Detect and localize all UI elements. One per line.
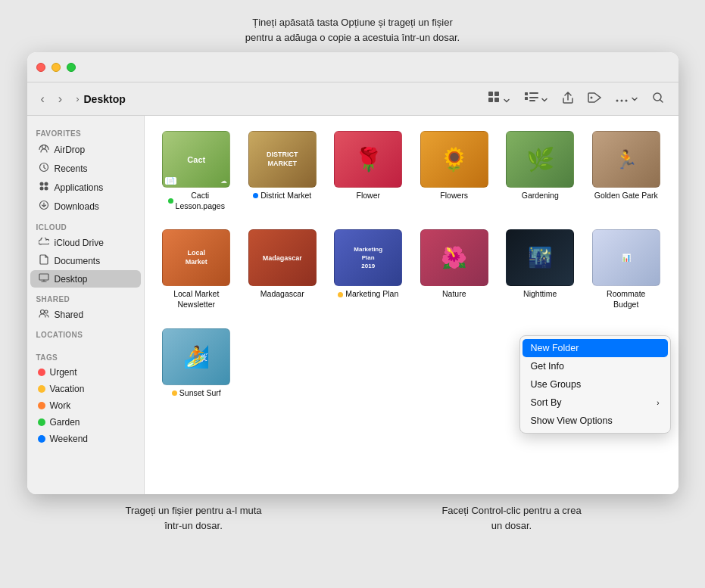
file-item-marketing[interactable]: MarketingPlan2019 Marketing Plan — [329, 226, 409, 313]
close-button[interactable] — [36, 63, 45, 72]
icloud-badge: ☁ — [220, 177, 227, 185]
sidebar-item-desktop[interactable]: Desktop — [30, 270, 141, 288]
view-grid-button[interactable] — [482, 87, 516, 110]
breadcrumb-title: Desktop — [84, 93, 478, 105]
garden-dot — [38, 418, 45, 426]
svg-point-19 — [44, 187, 48, 191]
sidebar-item-urgent[interactable]: Urgent — [30, 364, 141, 381]
sidebar-item-applications-label: Applications — [55, 182, 104, 193]
main-content: Favorites AirDrop — [27, 116, 678, 494]
sidebar-item-work-label: Work — [50, 400, 71, 411]
file-thumb-roommate: 📊 — [592, 229, 660, 286]
file-label-marketing: Marketing Plan — [338, 289, 398, 300]
sidebar-item-garden[interactable]: Garden — [30, 414, 141, 431]
sidebar-item-recents-label: Recents — [55, 163, 88, 174]
file-item-golden-gate[interactable]: 🏃 Golden Gate Park — [586, 128, 666, 214]
sidebar-section-icloud: iCloud — [27, 216, 144, 234]
file-item-madagascar[interactable]: Madagascar Madagascar — [242, 226, 323, 313]
sort-by-chevron-icon: › — [657, 399, 659, 407]
back-button[interactable]: ‹ — [36, 89, 49, 109]
sidebar-item-shared[interactable]: Shared — [30, 306, 141, 323]
sidebar-section-locations: Locations — [27, 323, 144, 341]
shared-icon — [38, 309, 50, 320]
file-thumb-nature: 🌺 — [420, 229, 488, 286]
context-menu-item-show-view-options[interactable]: Show View Options — [520, 412, 670, 430]
sidebar-item-shared-label: Shared — [55, 310, 84, 320]
sidebar-item-icloud-drive[interactable]: iCloud Drive — [30, 234, 141, 251]
file-label-gardening: Gardening — [522, 191, 559, 201]
context-menu-item-use-groups[interactable]: Use Groups — [520, 375, 670, 394]
file-thumb-madagascar: Madagascar — [248, 229, 317, 286]
applications-icon — [38, 181, 50, 194]
sidebar-item-weekend[interactable]: Weekend — [30, 431, 141, 447]
sidebar-item-applications[interactable]: Applications — [30, 178, 141, 197]
use-groups-label: Use Groups — [531, 379, 582, 390]
share-button[interactable] — [557, 87, 579, 110]
file-item-roommate[interactable]: 📊 RoommateBudget — [586, 226, 666, 313]
file-label-roommate: RoommateBudget — [607, 289, 645, 310]
file-item-flower[interactable]: 🌹 Flower — [329, 128, 409, 214]
show-view-options-label: Show View Options — [531, 415, 613, 426]
sidebar-item-documents[interactable]: Documents — [30, 251, 141, 270]
tag-button[interactable] — [582, 89, 607, 109]
sidebar-item-airdrop-label: AirDrop — [55, 145, 86, 155]
sidebar-item-airdrop[interactable]: AirDrop — [30, 140, 141, 159]
context-menu-item-get-info[interactable]: Get Info — [520, 357, 670, 375]
svg-rect-4 — [525, 92, 528, 95]
sidebar-item-work[interactable]: Work — [30, 397, 141, 414]
toolbar: ‹ › › Desktop — [27, 82, 678, 116]
file-item-flowers[interactable]: 🌻 Flowers — [414, 128, 494, 214]
svg-rect-21 — [39, 274, 48, 280]
svg-point-16 — [39, 182, 43, 186]
file-label-district: District Market — [253, 191, 311, 201]
svg-point-9 — [591, 97, 593, 99]
file-thumb-nighttime: 🌃 — [506, 229, 574, 286]
context-menu-item-new-folder[interactable]: New Folder — [523, 339, 668, 357]
file-thumb-cacti: Cact 📄 ☁ — [162, 131, 230, 188]
file-thumb-flowers: 🌻 — [420, 131, 488, 188]
context-menu: New Folder Get Info Use Groups Sort By ›… — [519, 335, 671, 434]
svg-rect-8 — [529, 100, 535, 101]
sidebar: Favorites AirDrop — [27, 116, 145, 494]
documents-icon — [38, 254, 50, 267]
file-label-nature: Nature — [442, 289, 466, 300]
svg-point-17 — [44, 182, 48, 186]
downloads-icon — [38, 200, 50, 213]
file-thumb-golden-gate: 🏃 — [592, 131, 660, 188]
sort-by-label: Sort By — [531, 397, 562, 408]
sidebar-item-recents[interactable]: Recents — [30, 159, 141, 178]
sidebar-item-vacation[interactable]: Vacation — [30, 381, 141, 397]
file-item-gardening[interactable]: 🌿 Gardening — [501, 128, 581, 214]
search-button[interactable] — [647, 88, 669, 110]
context-menu-item-sort-by[interactable]: Sort By › — [520, 394, 670, 412]
file-item-newsletter[interactable]: LocalMarket Local MarketNewsletter — [157, 226, 237, 313]
icloud-drive-icon — [38, 237, 50, 248]
file-item-nighttime[interactable]: 🌃 Nighttime — [501, 226, 581, 313]
file-item-cacti[interactable]: Cact 📄 ☁ CactiLesson.pages — [157, 128, 237, 214]
file-area: Cact 📄 ☁ CactiLesson.pages DISTRICTMARKE… — [145, 116, 678, 494]
finder-window: ‹ › › Desktop — [27, 52, 678, 494]
view-group-button[interactable] — [519, 88, 554, 110]
minimize-button[interactable] — [51, 63, 61, 72]
sunset-dot — [172, 390, 177, 396]
sidebar-section-tags: Tags — [27, 346, 144, 364]
sidebar-item-downloads[interactable]: Downloads — [30, 197, 141, 216]
urgent-dot — [38, 369, 45, 376]
forward-button[interactable]: › — [54, 89, 67, 109]
maximize-button[interactable] — [67, 63, 76, 72]
file-thumb-district: DISTRICTMARKET — [248, 131, 317, 188]
sidebar-item-urgent-label: Urgent — [50, 367, 77, 378]
sidebar-item-downloads-label: Downloads — [55, 201, 99, 212]
annotation-top: Țineți apăsată tasta Opțiune și trageți … — [245, 15, 460, 45]
file-label-flowers: Flowers — [440, 191, 468, 201]
work-dot — [38, 402, 45, 409]
more-button[interactable] — [610, 89, 643, 109]
weekend-dot — [38, 435, 45, 443]
file-thumb-gardening: 🌿 — [506, 131, 574, 188]
file-item-nature[interactable]: 🌺 Nature — [414, 226, 494, 313]
file-item-sunset[interactable]: 🏄 Sunset Surf — [157, 325, 237, 402]
district-dot — [253, 193, 258, 198]
titlebar — [27, 52, 678, 82]
file-item-district-market[interactable]: DISTRICTMARKET District Market — [242, 128, 323, 214]
file-thumb-newsletter: LocalMarket — [162, 229, 230, 286]
